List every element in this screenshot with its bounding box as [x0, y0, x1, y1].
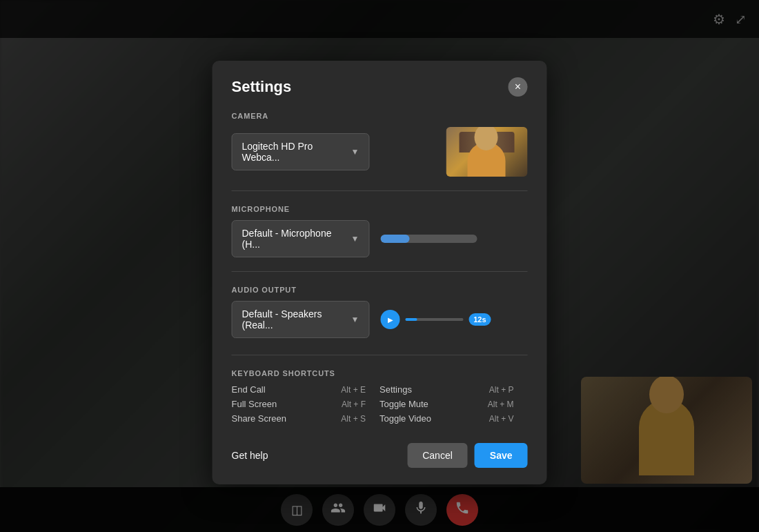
time-badge: 12s — [469, 313, 491, 326]
camera-label: CAMERA — [232, 112, 528, 120]
shortcut-key-toggle-video: Alt + V — [489, 414, 514, 424]
footer-buttons: Cancel Save — [407, 443, 527, 468]
close-button[interactable]: × — [509, 77, 528, 97]
audio-output-label: AUDIO OUTPUT — [232, 286, 528, 294]
audio-slider[interactable] — [406, 318, 464, 321]
play-icon: ▶ — [388, 316, 393, 324]
audio-dropdown-arrow: ▼ — [351, 315, 359, 324]
audio-device-name: Default - Speakers (Real... — [242, 308, 346, 331]
modal-footer: Get help Cancel Save — [232, 443, 528, 468]
mic-level-fill — [381, 235, 410, 243]
camera-row: Logitech HD Pro Webca... ▼ — [232, 127, 528, 177]
shortcut-name-full-screen: Full Screen — [232, 399, 277, 409]
shortcut-key-share-screen: Alt + S — [341, 414, 366, 424]
divider-2 — [232, 271, 528, 272]
microphone-label: MICROPHONE — [232, 205, 528, 213]
shortcuts-grid: End Call Alt + E Full Screen Alt + F Sha… — [232, 384, 528, 424]
modal-header: Settings × — [232, 77, 528, 97]
shortcut-name-toggle-video: Toggle Video — [379, 413, 431, 424]
cancel-button[interactable]: Cancel — [407, 443, 468, 468]
mic-device-name: Default - Microphone (H... — [242, 228, 346, 250]
modal-title: Settings — [232, 78, 292, 96]
camera-section: CAMERA Logitech HD Pro Webca... ▼ — [232, 112, 528, 177]
audio-slider-container: ▶ 12s — [381, 310, 491, 329]
mic-dropdown-arrow: ▼ — [351, 234, 359, 244]
shortcut-key-full-screen: Alt + F — [342, 400, 366, 409]
divider-1 — [232, 190, 528, 191]
shortcut-key-end-call: Alt + E — [341, 385, 366, 395]
settings-modal: Settings × CAMERA Logitech HD Pro Webca.… — [213, 61, 547, 484]
microphone-dropdown[interactable]: Default - Microphone (H... ▼ — [232, 220, 370, 257]
shortcut-share-screen: Share Screen Alt + S — [232, 413, 380, 424]
audio-slider-fill — [406, 318, 417, 321]
mic-row: Default - Microphone (H... ▼ — [232, 220, 528, 257]
get-help-link[interactable]: Get help — [232, 450, 268, 461]
audio-output-dropdown[interactable]: Default - Speakers (Real... ▼ — [232, 301, 370, 338]
camera-dropdown-wrapper: Logitech HD Pro Webca... ▼ — [232, 133, 435, 170]
divider-3 — [232, 355, 528, 355]
shortcut-key-toggle-mute: Alt + M — [488, 400, 514, 409]
mic-level-bar — [381, 235, 477, 243]
shortcut-name-end-call: End Call — [232, 384, 266, 395]
shortcut-name-settings: Settings — [379, 384, 412, 395]
shortcut-key-settings: Alt + P — [489, 385, 514, 395]
shortcut-full-screen: Full Screen Alt + F — [232, 399, 380, 409]
shortcut-name-share-screen: Share Screen — [232, 413, 287, 424]
shortcut-settings: Settings Alt + P — [379, 384, 528, 395]
shortcut-toggle-video: Toggle Video Alt + V — [379, 413, 528, 424]
camera-dropdown-arrow: ▼ — [351, 147, 359, 157]
play-button[interactable]: ▶ — [381, 310, 400, 329]
microphone-section: MICROPHONE Default - Microphone (H... ▼ — [232, 205, 528, 257]
camera-preview-video — [446, 127, 528, 177]
shortcuts-label: KEYBOARD SHORTCUTS — [232, 369, 528, 377]
shortcut-name-toggle-mute: Toggle Mute — [379, 399, 428, 409]
audio-row: Default - Speakers (Real... ▼ ▶ 12s — [232, 301, 528, 338]
camera-dropdown[interactable]: Logitech HD Pro Webca... ▼ — [232, 133, 370, 170]
shortcut-end-call: End Call Alt + E — [232, 384, 380, 395]
camera-device-name: Logitech HD Pro Webca... — [242, 141, 346, 163]
shortcuts-right: Settings Alt + P Toggle Mute Alt + M Tog… — [379, 384, 528, 424]
save-button[interactable]: Save — [475, 443, 528, 468]
shortcut-toggle-mute: Toggle Mute Alt + M — [379, 399, 528, 409]
shortcuts-left: End Call Alt + E Full Screen Alt + F Sha… — [232, 384, 380, 424]
shortcuts-section: KEYBOARD SHORTCUTS End Call Alt + E Full… — [232, 369, 528, 424]
audio-output-section: AUDIO OUTPUT Default - Speakers (Real...… — [232, 286, 528, 338]
camera-preview — [446, 127, 528, 177]
